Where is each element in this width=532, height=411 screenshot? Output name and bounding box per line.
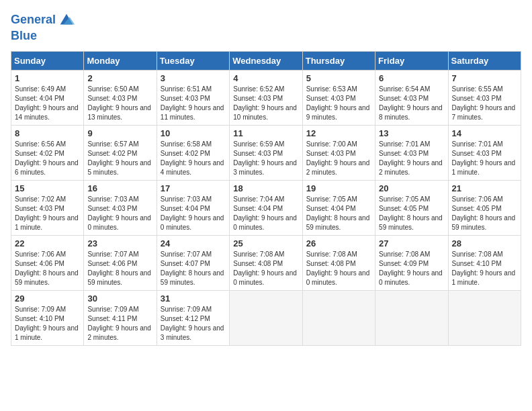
logo-icon [57, 11, 76, 30]
table-row: 25 Sunrise: 7:08 AMSunset: 4:08 PMDaylig… [230, 235, 302, 290]
table-row: 14 Sunrise: 7:01 AMSunset: 4:03 PMDaylig… [448, 125, 521, 180]
table-row: 8 Sunrise: 6:56 AMSunset: 4:02 PMDayligh… [11, 125, 84, 180]
table-row: 31 Sunrise: 7:09 AMSunset: 4:12 PMDaylig… [157, 290, 229, 345]
table-row: 5 Sunrise: 6:53 AMSunset: 4:03 PMDayligh… [302, 70, 375, 125]
table-row: 7 Sunrise: 6:55 AMSunset: 4:03 PMDayligh… [448, 70, 521, 125]
header-friday: Friday [375, 51, 448, 70]
table-row: 28 Sunrise: 7:08 AMSunset: 4:10 PMDaylig… [448, 235, 521, 290]
table-row: 17 Sunrise: 7:03 AMSunset: 4:04 PMDaylig… [157, 180, 229, 235]
header-monday: Monday [84, 51, 157, 70]
table-row: 9 Sunrise: 6:57 AMSunset: 4:02 PMDayligh… [84, 125, 157, 180]
table-row: 21 Sunrise: 7:06 AMSunset: 4:05 PMDaylig… [448, 180, 521, 235]
calendar-week-1: 1 Sunrise: 6:49 AMSunset: 4:04 PMDayligh… [11, 70, 521, 125]
table-row: 6 Sunrise: 6:54 AMSunset: 4:03 PMDayligh… [375, 70, 448, 125]
table-row: 22 Sunrise: 7:06 AMSunset: 4:06 PMDaylig… [11, 235, 84, 290]
table-row: 24 Sunrise: 7:07 AMSunset: 4:07 PMDaylig… [157, 235, 229, 290]
table-row: 16 Sunrise: 7:03 AMSunset: 4:03 PMDaylig… [84, 180, 157, 235]
logo-text2: Blue [11, 30, 76, 43]
table-row: 27 Sunrise: 7:08 AMSunset: 4:09 PMDaylig… [375, 235, 448, 290]
header-thursday: Thursday [302, 51, 375, 70]
page-header: General Blue [11, 11, 521, 43]
table-row: 4 Sunrise: 6:52 AMSunset: 4:03 PMDayligh… [230, 70, 302, 125]
table-row: 12 Sunrise: 7:00 AMSunset: 4:03 PMDaylig… [302, 125, 375, 180]
calendar-header-row: SundayMondayTuesdayWednesdayThursdayFrid… [11, 51, 521, 70]
table-row: 18 Sunrise: 7:04 AMSunset: 4:04 PMDaylig… [230, 180, 302, 235]
table-row: 13 Sunrise: 7:01 AMSunset: 4:03 PMDaylig… [375, 125, 448, 180]
table-row: 29 Sunrise: 7:09 AMSunset: 4:10 PMDaylig… [11, 290, 84, 345]
table-row: 15 Sunrise: 7:02 AMSunset: 4:03 PMDaylig… [11, 180, 84, 235]
table-row: 23 Sunrise: 7:07 AMSunset: 4:06 PMDaylig… [84, 235, 157, 290]
table-row [302, 290, 375, 345]
calendar-week-3: 15 Sunrise: 7:02 AMSunset: 4:03 PMDaylig… [11, 180, 521, 235]
header-wednesday: Wednesday [230, 51, 302, 70]
table-row: 26 Sunrise: 7:08 AMSunset: 4:08 PMDaylig… [302, 235, 375, 290]
table-row: 19 Sunrise: 7:05 AMSunset: 4:04 PMDaylig… [302, 180, 375, 235]
calendar-week-2: 8 Sunrise: 6:56 AMSunset: 4:02 PMDayligh… [11, 125, 521, 180]
header-saturday: Saturday [448, 51, 521, 70]
calendar-week-5: 29 Sunrise: 7:09 AMSunset: 4:10 PMDaylig… [11, 290, 521, 345]
logo-text: General [11, 13, 56, 27]
table-row: 30 Sunrise: 7:09 AMSunset: 4:11 PMDaylig… [84, 290, 157, 345]
table-row [448, 290, 521, 345]
header-sunday: Sunday [11, 51, 84, 70]
header-tuesday: Tuesday [157, 51, 229, 70]
table-row: 10 Sunrise: 6:58 AMSunset: 4:02 PMDaylig… [157, 125, 229, 180]
table-row [375, 290, 448, 345]
table-row: 3 Sunrise: 6:51 AMSunset: 4:03 PMDayligh… [157, 70, 229, 125]
calendar-week-4: 22 Sunrise: 7:06 AMSunset: 4:06 PMDaylig… [11, 235, 521, 290]
table-row [230, 290, 302, 345]
table-row: 2 Sunrise: 6:50 AMSunset: 4:03 PMDayligh… [84, 70, 157, 125]
table-row: 1 Sunrise: 6:49 AMSunset: 4:04 PMDayligh… [11, 70, 84, 125]
logo: General Blue [11, 11, 76, 43]
calendar-table: SundayMondayTuesdayWednesdayThursdayFrid… [11, 51, 521, 346]
table-row: 11 Sunrise: 6:59 AMSunset: 4:03 PMDaylig… [230, 125, 302, 180]
table-row: 20 Sunrise: 7:05 AMSunset: 4:05 PMDaylig… [375, 180, 448, 235]
